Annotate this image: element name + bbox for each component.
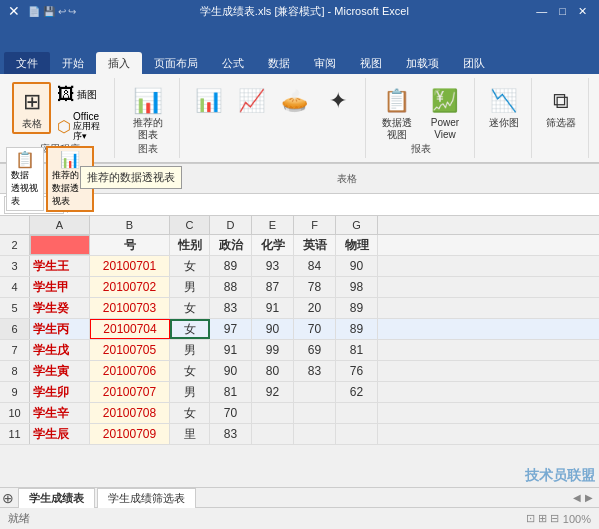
cell-b6[interactable]: 20100704 (90, 319, 170, 339)
cell-f11[interactable] (294, 424, 336, 444)
cell-f5[interactable]: 20 (294, 298, 336, 318)
tab-view[interactable]: 视图 (348, 52, 394, 74)
new-sheet-button[interactable]: ⊕ (2, 490, 14, 506)
cell-g2[interactable]: 物理 (336, 235, 378, 255)
maximize-button[interactable]: □ (555, 5, 570, 18)
power-view-button[interactable]: 💹 PowerView (422, 82, 468, 144)
cell-e9[interactable]: 92 (252, 382, 294, 402)
cell-f8[interactable]: 83 (294, 361, 336, 381)
slicer-button[interactable]: ⧉ 筛选器 (540, 82, 582, 132)
cell-e6[interactable]: 90 (252, 319, 294, 339)
picture-button[interactable]: 🖼 插图 (53, 82, 108, 107)
cell-f4[interactable]: 78 (294, 277, 336, 297)
cell-b9[interactable]: 20100707 (90, 382, 170, 402)
cell-g8[interactable]: 76 (336, 361, 378, 381)
cell-f7[interactable]: 69 (294, 340, 336, 360)
cell-c10[interactable]: 女 (170, 403, 210, 423)
cell-e11[interactable] (252, 424, 294, 444)
cell-b11[interactable]: 20100709 (90, 424, 170, 444)
col-header-f[interactable]: F (294, 216, 336, 234)
cell-g4[interactable]: 98 (336, 277, 378, 297)
cell-f3[interactable]: 84 (294, 256, 336, 276)
pie-chart-button[interactable]: 🥧 (274, 82, 316, 120)
bar-chart-button[interactable]: 📊 (188, 82, 230, 120)
cell-f6[interactable]: 70 (294, 319, 336, 339)
cell-a7[interactable]: 学生戊 (30, 340, 90, 360)
cell-g10[interactable] (336, 403, 378, 423)
cell-b2[interactable]: 号 (90, 235, 170, 255)
tab-file[interactable]: 文件 (4, 52, 50, 74)
cell-c7[interactable]: 男 (170, 340, 210, 360)
cell-a10[interactable]: 学生辛 (30, 403, 90, 423)
tab-data[interactable]: 数据 (256, 52, 302, 74)
cell-g11[interactable] (336, 424, 378, 444)
cell-b5[interactable]: 20100703 (90, 298, 170, 318)
cell-b3[interactable]: 20100701 (90, 256, 170, 276)
formula-input[interactable] (83, 199, 595, 211)
cell-c8[interactable]: 女 (170, 361, 210, 381)
cell-d9[interactable]: 81 (210, 382, 252, 402)
cell-f9[interactable] (294, 382, 336, 402)
tab-review[interactable]: 审阅 (302, 52, 348, 74)
cell-d11[interactable]: 83 (210, 424, 252, 444)
cell-a11[interactable]: 学生辰 (30, 424, 90, 444)
pivot-chart-button[interactable]: 📋 数据透视图 (374, 82, 420, 144)
cell-c9[interactable]: 男 (170, 382, 210, 402)
cell-b7[interactable]: 20100705 (90, 340, 170, 360)
col-header-e[interactable]: E (252, 216, 294, 234)
col-header-b[interactable]: B (90, 216, 170, 234)
col-header-a[interactable]: A (30, 216, 90, 234)
tab-page-layout[interactable]: 页面布局 (142, 52, 210, 74)
col-header-d[interactable]: D (210, 216, 252, 234)
cell-e2[interactable]: 化学 (252, 235, 294, 255)
tab-addins[interactable]: 加载项 (394, 52, 451, 74)
cell-f10[interactable] (294, 403, 336, 423)
col-header-c[interactable]: C (170, 216, 210, 234)
cell-a6[interactable]: 学生丙 (30, 319, 90, 339)
cell-b10[interactable]: 20100708 (90, 403, 170, 423)
cell-b4[interactable]: 20100702 (90, 277, 170, 297)
cell-a2[interactable] (30, 235, 90, 255)
cell-c2[interactable]: 性别 (170, 235, 210, 255)
cell-e5[interactable]: 91 (252, 298, 294, 318)
minimize-button[interactable]: — (532, 5, 551, 18)
cell-c4[interactable]: 男 (170, 277, 210, 297)
scatter-chart-button[interactable]: ✦ (317, 82, 359, 120)
line-chart-button[interactable]: 📈 (231, 82, 273, 120)
cell-e4[interactable]: 87 (252, 277, 294, 297)
tab-formulas[interactable]: 公式 (210, 52, 256, 74)
cell-g3[interactable]: 90 (336, 256, 378, 276)
cell-e10[interactable] (252, 403, 294, 423)
cell-b8[interactable]: 20100706 (90, 361, 170, 381)
sheet-tab-scores[interactable]: 学生成绩表 (18, 488, 95, 508)
cell-e8[interactable]: 80 (252, 361, 294, 381)
cell-c6[interactable]: 女 (170, 319, 210, 339)
cell-a4[interactable]: 学生甲 (30, 277, 90, 297)
cell-a9[interactable]: 学生卯 (30, 382, 90, 402)
cell-e7[interactable]: 99 (252, 340, 294, 360)
cell-g7[interactable]: 81 (336, 340, 378, 360)
cell-a5[interactable]: 学生癸 (30, 298, 90, 318)
tab-home[interactable]: 开始 (50, 52, 96, 74)
cell-a3[interactable]: 学生王 (30, 256, 90, 276)
cell-d4[interactable]: 88 (210, 277, 252, 297)
sparkline-button[interactable]: 📉 迷你图 (483, 82, 525, 132)
cell-d5[interactable]: 83 (210, 298, 252, 318)
cell-d6[interactable]: 97 (210, 319, 252, 339)
recommended-charts-button[interactable]: 📊 推荐的图表 (123, 82, 173, 144)
cell-e3[interactable]: 93 (252, 256, 294, 276)
cell-d3[interactable]: 89 (210, 256, 252, 276)
cell-d10[interactable]: 70 (210, 403, 252, 423)
cell-g9[interactable]: 62 (336, 382, 378, 402)
cell-f2[interactable]: 英语 (294, 235, 336, 255)
cell-g6[interactable]: 89 (336, 319, 378, 339)
col-header-g[interactable]: G (336, 216, 378, 234)
tab-insert[interactable]: 插入 (96, 52, 142, 74)
cell-c11[interactable]: 里 (170, 424, 210, 444)
office-apps-button[interactable]: ⬡ Office 应用程序▾ (53, 109, 108, 144)
tab-team[interactable]: 团队 (451, 52, 497, 74)
scroll-right-icon[interactable]: ▶ (585, 492, 593, 503)
sheet-tab-filtered[interactable]: 学生成绩筛选表 (97, 488, 196, 508)
cell-d7[interactable]: 91 (210, 340, 252, 360)
mini-pivot-view-button[interactable]: 📋 数据透视视表 (6, 147, 44, 211)
